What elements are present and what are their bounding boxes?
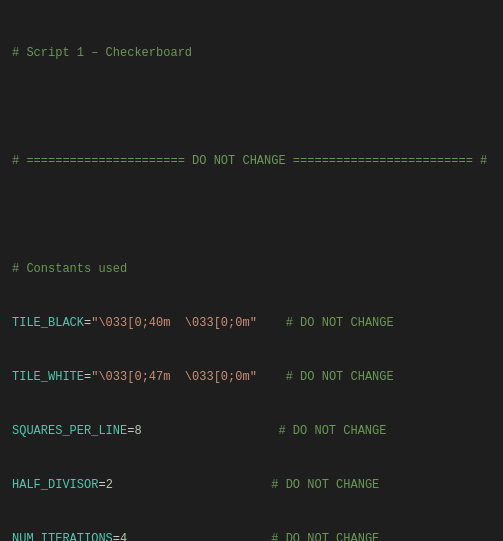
line-blank-1	[12, 98, 491, 116]
line-tile-black: TILE_BLACK="\033[0;40m \033[0;0m" # DO N…	[12, 314, 491, 332]
line-num-iterations: NUM_ITERATIONS=4 # DO NOT CHANGE	[12, 530, 491, 541]
line-tile-white: TILE_WHITE="\033[0;47m \033[0;0m" # DO N…	[12, 368, 491, 386]
line-squares-per-line: SQUARES_PER_LINE=8 # DO NOT CHANGE	[12, 422, 491, 440]
code-editor: # Script 1 – Checkerboard # ============…	[0, 0, 503, 541]
line-constants-comment: # Constants used	[12, 260, 491, 278]
line-do-not-change-header: # ====================== DO NOT CHANGE =…	[12, 152, 491, 170]
line-blank-2	[12, 206, 491, 224]
line-half-divisor: HALF_DIVISOR=2 # DO NOT CHANGE	[12, 476, 491, 494]
line-script-title: # Script 1 – Checkerboard	[12, 44, 491, 62]
